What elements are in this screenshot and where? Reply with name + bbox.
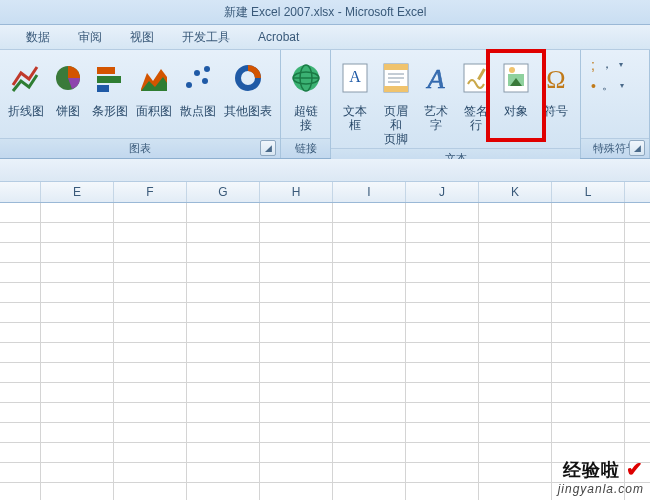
cell[interactable]: [406, 443, 479, 463]
header-footer-button[interactable]: 页眉和 页脚: [377, 52, 415, 148]
cell[interactable]: [187, 423, 260, 443]
cell[interactable]: [552, 303, 625, 323]
cell[interactable]: [260, 463, 333, 483]
menu-acrobat[interactable]: Acrobat: [244, 25, 313, 49]
special-dot-row[interactable]: • 。 ▾: [591, 77, 639, 94]
cell[interactable]: [114, 343, 187, 363]
cell[interactable]: [0, 223, 41, 243]
cell[interactable]: [41, 303, 114, 323]
cell[interactable]: [114, 263, 187, 283]
cell[interactable]: [187, 343, 260, 363]
cell[interactable]: [41, 283, 114, 303]
cell[interactable]: [114, 203, 187, 223]
cell[interactable]: [333, 423, 406, 443]
cell[interactable]: [406, 343, 479, 363]
menu-data[interactable]: 数据: [12, 25, 64, 49]
cell[interactable]: [260, 263, 333, 283]
cell[interactable]: [260, 283, 333, 303]
col-header-f[interactable]: F: [114, 182, 187, 202]
cell[interactable]: [625, 283, 650, 303]
cell[interactable]: [187, 203, 260, 223]
cell[interactable]: [41, 463, 114, 483]
cell[interactable]: [333, 283, 406, 303]
special-punct-row[interactable]: ; ， ▾: [591, 56, 639, 73]
cell[interactable]: [0, 483, 41, 500]
cell[interactable]: [552, 363, 625, 383]
hyperlink-button[interactable]: 超链接: [286, 52, 325, 136]
cell[interactable]: [552, 403, 625, 423]
cell[interactable]: [406, 323, 479, 343]
cell[interactable]: [41, 383, 114, 403]
cell[interactable]: [552, 203, 625, 223]
chart-pie-button[interactable]: 饼图: [49, 52, 87, 136]
cell[interactable]: [333, 243, 406, 263]
cell[interactable]: [333, 323, 406, 343]
cell[interactable]: [406, 463, 479, 483]
cell[interactable]: [0, 403, 41, 423]
cell[interactable]: [479, 403, 552, 423]
cell[interactable]: [479, 383, 552, 403]
cell[interactable]: [552, 283, 625, 303]
menu-review[interactable]: 审阅: [64, 25, 116, 49]
cell[interactable]: [260, 363, 333, 383]
chart-area-button[interactable]: 面积图: [133, 52, 175, 136]
cell[interactable]: [406, 263, 479, 283]
cell[interactable]: [114, 363, 187, 383]
cell[interactable]: [187, 483, 260, 500]
cell[interactable]: [479, 263, 552, 283]
cell[interactable]: [479, 323, 552, 343]
cell[interactable]: [625, 363, 650, 383]
cell[interactable]: [0, 303, 41, 323]
cell[interactable]: [187, 323, 260, 343]
cell[interactable]: [479, 363, 552, 383]
chart-line-button[interactable]: 折线图: [5, 52, 47, 136]
textbox-button[interactable]: A 文本框: [336, 52, 374, 136]
cell[interactable]: [333, 483, 406, 500]
cell[interactable]: [260, 383, 333, 403]
cell[interactable]: [479, 203, 552, 223]
cell[interactable]: [0, 343, 41, 363]
cell[interactable]: [552, 383, 625, 403]
cell[interactable]: [114, 463, 187, 483]
cell[interactable]: [41, 423, 114, 443]
cell[interactable]: [479, 283, 552, 303]
col-header-g[interactable]: G: [187, 182, 260, 202]
cell[interactable]: [114, 443, 187, 463]
col-header-j[interactable]: J: [406, 182, 479, 202]
cell[interactable]: [625, 383, 650, 403]
cell[interactable]: [114, 303, 187, 323]
cell[interactable]: [333, 383, 406, 403]
cell[interactable]: [625, 303, 650, 323]
chart-bar-button[interactable]: 条形图: [89, 52, 131, 136]
col-header-l[interactable]: L: [552, 182, 625, 202]
cell[interactable]: [406, 423, 479, 443]
cell[interactable]: [41, 243, 114, 263]
chart-scatter-button[interactable]: 散点图: [177, 52, 219, 136]
cell[interactable]: [406, 363, 479, 383]
cell[interactable]: [114, 383, 187, 403]
cell[interactable]: [625, 423, 650, 443]
cell[interactable]: [187, 283, 260, 303]
cell[interactable]: [625, 343, 650, 363]
cell[interactable]: [260, 223, 333, 243]
cell[interactable]: [41, 403, 114, 423]
cell[interactable]: [406, 223, 479, 243]
cell[interactable]: [0, 443, 41, 463]
cell[interactable]: [0, 263, 41, 283]
cell[interactable]: [260, 243, 333, 263]
col-header-e[interactable]: E: [41, 182, 114, 202]
cell[interactable]: [187, 443, 260, 463]
col-header-i[interactable]: I: [333, 182, 406, 202]
cell[interactable]: [260, 343, 333, 363]
menu-view[interactable]: 视图: [116, 25, 168, 49]
cell[interactable]: [41, 203, 114, 223]
cell[interactable]: [552, 423, 625, 443]
cell[interactable]: [187, 383, 260, 403]
cell[interactable]: [479, 303, 552, 323]
cell[interactable]: [625, 323, 650, 343]
cell[interactable]: [41, 363, 114, 383]
cell[interactable]: [333, 403, 406, 423]
cell[interactable]: [0, 203, 41, 223]
cell[interactable]: [187, 403, 260, 423]
cell[interactable]: [187, 463, 260, 483]
